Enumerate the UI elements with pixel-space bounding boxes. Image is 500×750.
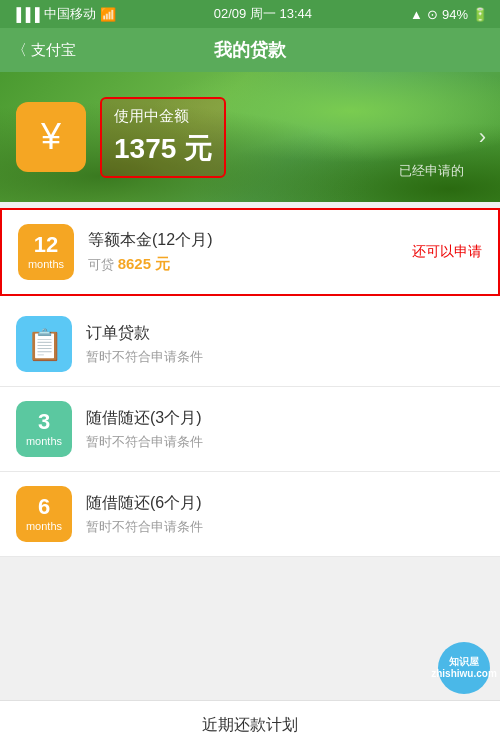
item-content-order: 订单贷款 暂时不符合申请条件 xyxy=(86,323,484,366)
loan-item-3months[interactable]: 3 months 随借随还(3个月) 暂时不符合申请条件 xyxy=(0,387,500,472)
icon-num: 12 xyxy=(34,234,58,256)
carrier-name: 中国移动 xyxy=(44,5,96,23)
loan-amount-12months: 8625 元 xyxy=(118,255,171,272)
yuan-symbol: ¥ xyxy=(41,116,61,158)
watermark: 知识屋 zhishiwu.com xyxy=(438,642,490,694)
doc-icon: 📋 xyxy=(26,327,63,362)
hero-label: 使用中金额 xyxy=(114,107,212,126)
item-title-6months: 随借随还(6个月) xyxy=(86,493,484,514)
hero-arrow-icon[interactable]: › xyxy=(479,124,486,150)
item-title-order: 订单贷款 xyxy=(86,323,484,344)
icon-num-3: 3 xyxy=(38,411,50,433)
icon-unit-6: months xyxy=(26,520,62,532)
status-time: 02/09 周一 13:44 xyxy=(214,5,312,23)
item-sub-order: 暂时不符合申请条件 xyxy=(86,348,484,366)
loan-item-12months[interactable]: 12 months 等额本金(12个月) 可贷 8625 元 还可以申请 xyxy=(0,208,500,296)
wifi-icon: 📶 xyxy=(100,7,116,22)
bottom-bar[interactable]: 近期还款计划 xyxy=(0,700,500,750)
status-bar: ▐▐▐ 中国移动 📶 02/09 周一 13:44 ▲ ⊙ 94% 🔋 xyxy=(0,0,500,28)
item-sub-6months: 暂时不符合申请条件 xyxy=(86,518,484,536)
item-sub-3months: 暂时不符合申请条件 xyxy=(86,433,484,451)
item-content-6months: 随借随还(6个月) 暂时不符合申请条件 xyxy=(86,493,484,536)
hero-sub-text: 已经申请的 xyxy=(399,162,464,180)
watermark-text: 知识屋 zhishiwu.com xyxy=(431,656,497,680)
back-button[interactable]: 〈 支付宝 xyxy=(12,41,76,60)
nav-bar: 〈 支付宝 我的贷款 xyxy=(0,28,500,72)
item-content-3months: 随借随还(3个月) 暂时不符合申请条件 xyxy=(86,408,484,451)
icon-3months: 3 months xyxy=(16,401,72,457)
icon-num-6: 6 xyxy=(38,496,50,518)
status-left: ▐▐▐ 中国移动 📶 xyxy=(12,5,116,23)
page-title: 我的贷款 xyxy=(214,38,286,62)
watermark-line2: zhishiwu.com xyxy=(431,668,497,680)
watermark-line1: 知识屋 xyxy=(431,656,497,668)
bottom-bar-label: 近期还款计划 xyxy=(202,715,298,736)
signal-icon: ▐▐▐ xyxy=(12,7,40,22)
icon-12months: 12 months xyxy=(18,224,74,280)
hero-amount: 1375 元 xyxy=(114,130,212,168)
loan-item-6months[interactable]: 6 months 随借随还(6个月) 暂时不符合申请条件 xyxy=(0,472,500,557)
location-icon: ▲ xyxy=(410,7,423,22)
item-title-3months: 随借随还(3个月) xyxy=(86,408,484,429)
icon-unit: months xyxy=(28,258,64,270)
icon-6months: 6 months xyxy=(16,486,72,542)
battery-icon: 🔋 xyxy=(472,7,488,22)
icon-unit-3: months xyxy=(26,435,62,447)
battery-level: 94% xyxy=(442,7,468,22)
item-action-12months[interactable]: 还可以申请 xyxy=(412,243,482,261)
clock-icon: ⊙ xyxy=(427,7,438,22)
yuan-icon-box: ¥ xyxy=(16,102,86,172)
hero-banner: ¥ 使用中金额 1375 元 已经申请的 › xyxy=(0,72,500,202)
status-right: ▲ ⊙ 94% 🔋 xyxy=(410,7,488,22)
loan-list: 12 months 等额本金(12个月) 可贷 8625 元 还可以申请 📋 订… xyxy=(0,208,500,557)
loan-item-order[interactable]: 📋 订单贷款 暂时不符合申请条件 xyxy=(0,302,500,387)
hero-info: 使用中金额 1375 元 xyxy=(100,97,226,178)
icon-order: 📋 xyxy=(16,316,72,372)
